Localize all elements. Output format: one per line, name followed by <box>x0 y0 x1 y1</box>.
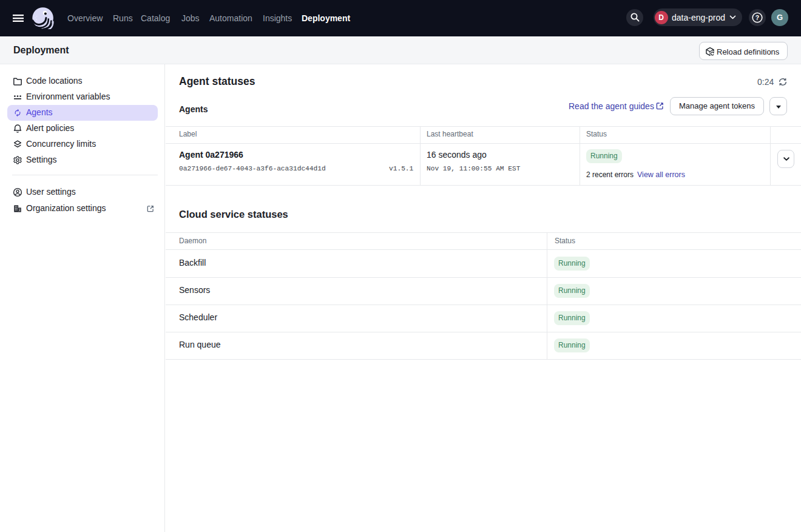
svg-text:?: ? <box>755 14 759 21</box>
